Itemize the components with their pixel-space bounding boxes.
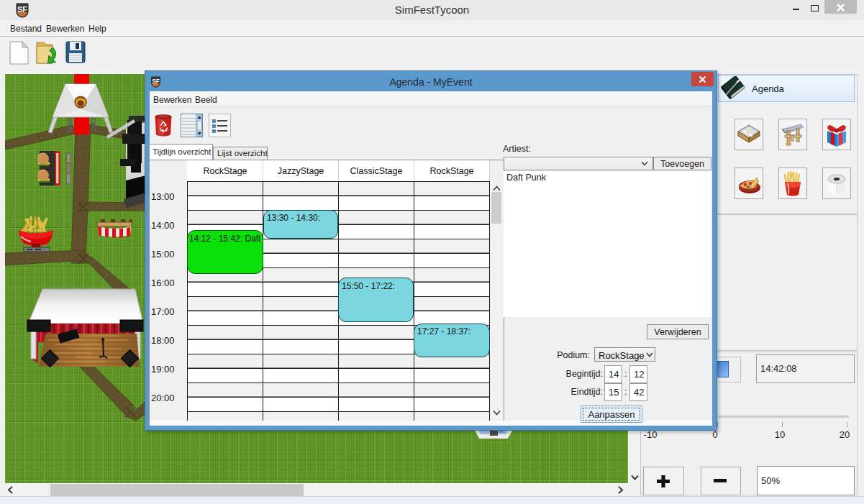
svg-text:SF: SF — [17, 5, 27, 14]
